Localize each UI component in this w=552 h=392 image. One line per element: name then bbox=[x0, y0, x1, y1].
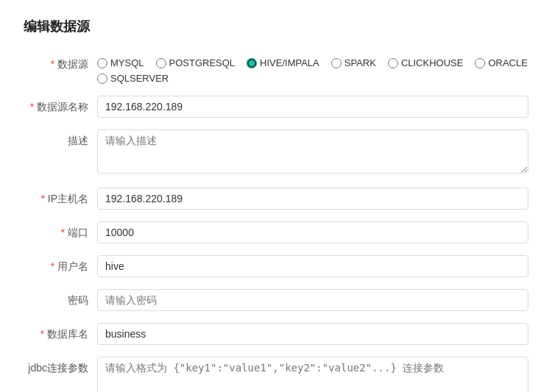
radio-sqlserver[interactable]: SQLSERVER bbox=[97, 73, 169, 84]
radio-mysql[interactable]: MYSQL bbox=[97, 57, 144, 68]
ip-row: IP主机名 bbox=[24, 188, 528, 210]
ip-input[interactable] bbox=[97, 188, 528, 210]
dbname-row: 数据库名 bbox=[24, 323, 528, 345]
datasource-radio-group[interactable]: MYSQL POSTGRESQL HIVE/IMPALA SPARK CLICK… bbox=[97, 53, 528, 84]
radio-oracle[interactable]: ORACLE bbox=[475, 57, 527, 68]
desc-row: 描述 bbox=[24, 129, 528, 176]
port-label: 端口 bbox=[24, 221, 97, 240]
port-input[interactable] bbox=[97, 221, 528, 243]
password-label: 密码 bbox=[24, 289, 97, 307]
name-input[interactable] bbox=[97, 96, 528, 118]
desc-label: 描述 bbox=[24, 129, 97, 148]
dbname-label: 数据库名 bbox=[24, 323, 97, 341]
ip-label: IP主机名 bbox=[24, 188, 97, 206]
port-row: 端口 bbox=[24, 221, 528, 243]
radio-postgresql[interactable]: POSTGRESQL bbox=[156, 57, 236, 68]
username-input[interactable] bbox=[97, 255, 528, 277]
username-label: 用户名 bbox=[24, 255, 97, 274]
datasource-label: 数据源 bbox=[24, 53, 97, 71]
name-label: 数据源名称 bbox=[24, 96, 97, 114]
password-row: 密码 bbox=[24, 289, 528, 311]
page-title: 编辑数据源 bbox=[24, 18, 528, 35]
username-row: 用户名 bbox=[24, 255, 528, 277]
password-input[interactable] bbox=[97, 289, 528, 311]
jdbc-row: jdbc连接参数 bbox=[24, 357, 528, 392]
jdbc-textarea[interactable] bbox=[97, 357, 528, 392]
dbname-input[interactable] bbox=[97, 323, 528, 345]
radio-spark[interactable]: SPARK bbox=[331, 57, 376, 68]
radio-clickhouse[interactable]: CLICKHOUSE bbox=[388, 57, 464, 68]
name-row: 数据源名称 bbox=[24, 96, 528, 118]
radio-hive-impala[interactable]: HIVE/IMPALA bbox=[247, 57, 319, 68]
datasource-row: 数据源 MYSQL POSTGRESQL HIVE/IMPALA SPARK C… bbox=[24, 53, 528, 84]
desc-textarea[interactable] bbox=[97, 129, 528, 174]
jdbc-label: jdbc连接参数 bbox=[24, 357, 97, 375]
